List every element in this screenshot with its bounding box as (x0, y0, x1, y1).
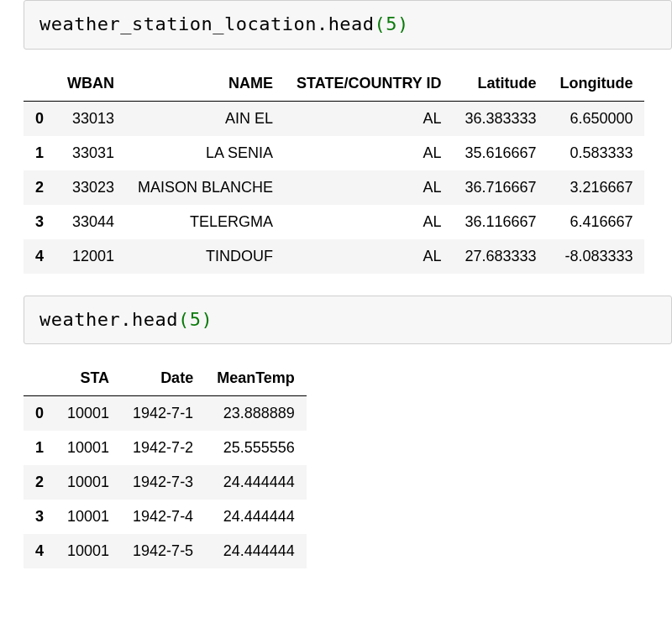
row-index: 0 (24, 396, 55, 432)
cell: 25.555556 (205, 431, 307, 465)
cell: -8.083333 (549, 239, 645, 274)
table-row: 4 12001 TINDOUF AL 27.683333 -8.083333 (24, 239, 644, 274)
cell: AL (285, 205, 453, 239)
table-row: 0 33013 AIN EL AL 36.383333 6.650000 (24, 101, 644, 136)
row-index: 0 (24, 101, 55, 136)
code-cell-2[interactable]: weather.head(5) (24, 296, 672, 345)
code-prefix: weather_station_location.head (39, 13, 375, 34)
cell: AL (285, 136, 453, 170)
table-row: 1 33031 LA SENIA AL 35.616667 0.583333 (24, 136, 644, 170)
row-index: 2 (24, 465, 55, 500)
cell: 0.583333 (549, 136, 645, 170)
cell: 6.650000 (549, 101, 645, 136)
cell: AL (285, 101, 453, 136)
col-header: STATE/COUNTRY ID (285, 66, 453, 102)
col-header: WBAN (55, 66, 126, 102)
row-index: 2 (24, 170, 55, 205)
code-prefix: weather.head (39, 309, 178, 330)
index-header (24, 66, 55, 102)
output-block-2: STA Date MeanTemp 0 10001 1942-7-1 23.88… (24, 361, 672, 568)
cell: AL (285, 170, 453, 205)
row-index: 1 (24, 136, 55, 170)
table-row: 3 10001 1942-7-4 24.444444 (24, 500, 307, 534)
table-row: 1 10001 1942-7-2 25.555556 (24, 431, 307, 465)
code-arg: 5 (386, 13, 397, 34)
cell: 33044 (55, 205, 126, 239)
cell: 24.444444 (205, 500, 307, 534)
cell: 1942-7-5 (121, 534, 205, 568)
row-index: 3 (24, 500, 55, 534)
cell: 12001 (55, 239, 126, 274)
table-row: 4 10001 1942-7-5 24.444444 (24, 534, 307, 568)
cell: 1942-7-3 (121, 465, 205, 500)
cell: 23.888889 (205, 396, 307, 432)
dataframe-table-2: STA Date MeanTemp 0 10001 1942-7-1 23.88… (24, 361, 307, 568)
cell: 35.616667 (453, 136, 548, 170)
code-cell-1[interactable]: weather_station_location.head(5) (24, 0, 672, 50)
index-header (24, 361, 55, 396)
open-paren: ( (178, 309, 190, 330)
col-header: Longitude (549, 66, 645, 102)
row-index: 1 (24, 431, 55, 465)
cell: 10001 (55, 534, 121, 568)
row-index: 4 (24, 534, 55, 568)
cell: AIN EL (126, 101, 285, 136)
cell: 24.444444 (205, 534, 307, 568)
cell: 1942-7-1 (121, 396, 205, 432)
table-row: 2 33023 MAISON BLANCHE AL 36.716667 3.21… (24, 170, 644, 205)
cell: 36.116667 (453, 205, 548, 239)
cell: TELERGMA (126, 205, 285, 239)
output-block-1: WBAN NAME STATE/COUNTRY ID Latitude Long… (24, 66, 672, 274)
row-index: 3 (24, 205, 55, 239)
col-header: MeanTemp (205, 361, 307, 396)
cell: 33023 (55, 170, 126, 205)
close-paren: ) (397, 13, 409, 34)
col-header: Date (121, 361, 205, 396)
dataframe-table-1: WBAN NAME STATE/COUNTRY ID Latitude Long… (24, 66, 644, 274)
cell: 10001 (55, 396, 121, 432)
table-row: 2 10001 1942-7-3 24.444444 (24, 465, 307, 500)
cell: 36.383333 (453, 101, 548, 136)
cell: 24.444444 (205, 465, 307, 500)
cell: 1942-7-2 (121, 431, 205, 465)
cell: 33013 (55, 101, 126, 136)
cell: 27.683333 (453, 239, 548, 274)
col-header: Latitude (453, 66, 548, 102)
cell: 6.416667 (549, 205, 645, 239)
cell: 33031 (55, 136, 126, 170)
col-header: NAME (126, 66, 285, 102)
cell: MAISON BLANCHE (126, 170, 285, 205)
row-index: 4 (24, 239, 55, 274)
close-paren: ) (201, 309, 213, 330)
cell: AL (285, 239, 453, 274)
cell: 36.716667 (453, 170, 548, 205)
cell: 1942-7-4 (121, 500, 205, 534)
cell: 10001 (55, 431, 121, 465)
cell: 10001 (55, 465, 121, 500)
col-header: STA (55, 361, 121, 396)
open-paren: ( (375, 13, 386, 34)
code-arg: 5 (190, 309, 202, 330)
cell: 10001 (55, 500, 121, 534)
notebook-page: weather_station_location.head(5) WBAN NA… (0, 0, 672, 607)
table-row: 3 33044 TELERGMA AL 36.116667 6.416667 (24, 205, 644, 239)
cell: TINDOUF (126, 239, 285, 274)
cell: LA SENIA (126, 136, 285, 170)
cell: 3.216667 (549, 170, 645, 205)
table-row: 0 10001 1942-7-1 23.888889 (24, 396, 307, 432)
